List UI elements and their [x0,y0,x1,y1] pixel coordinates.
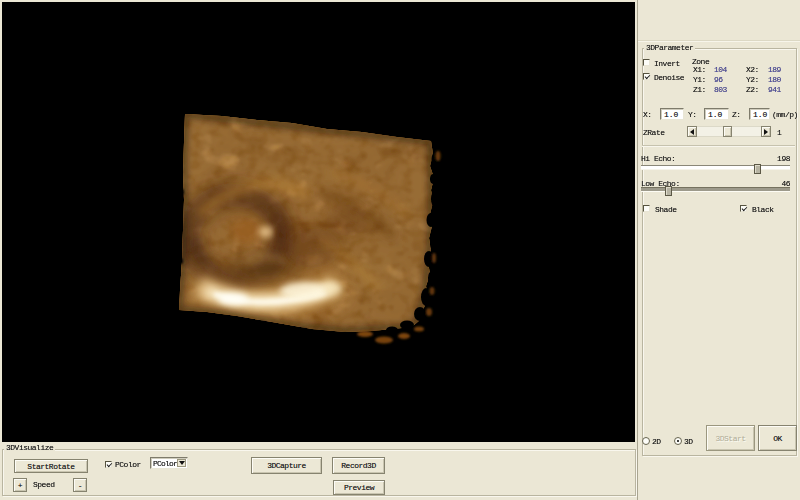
speed-label: Speed [33,480,55,489]
invert-checkbox[interactable] [643,59,650,66]
shade-label: Shade [655,205,677,214]
zone-x2-label: X2: [746,65,759,74]
scroll-left-icon [687,129,694,135]
parameter-panel: 3DParameter Invert Denoise Zone X1: 104 … [637,0,800,500]
mode-3d-label: 3D [684,437,693,446]
zone-x1-label: X1: [693,65,706,74]
zone-x2-value: 189 [768,65,781,74]
x-scale-input[interactable]: 1.0 [660,108,684,120]
zrate-scrollbar[interactable] [687,126,771,137]
scale-unit-label: (mm/p) [772,110,798,119]
invert-label: Invert [654,59,680,68]
zrate-value: 1 [777,128,781,137]
hi-echo-slider-thumb[interactable] [754,164,761,174]
zrate-scroll-left-button[interactable] [687,126,697,137]
hi-echo-label: Hi Echo: [641,154,675,163]
denoise-label: Denoise [654,73,684,82]
zrate-label: ZRate [643,128,665,137]
3dcapture-button[interactable]: 3DCapture [251,457,322,474]
section-divider [642,145,795,146]
pcolor-dropdown-value: PColor [153,459,177,468]
speed-minus-button[interactable]: - [73,478,87,492]
zone-y1-label: Y1: [693,75,706,84]
preview-button[interactable]: Preview [333,480,385,495]
speed-plus-button[interactable]: + [13,478,27,492]
low-echo-slider-thumb[interactable] [665,186,672,196]
pcolor-dropdown[interactable]: PColor [150,457,188,469]
start-rotate-button[interactable]: StartRotate [14,459,88,473]
low-echo-slider[interactable] [641,187,790,191]
zone-z1-value: 803 [714,85,727,94]
y-scale-label: Y: [688,110,697,119]
black-label: Black [752,205,774,214]
mode-2d-label: 2D [652,437,661,446]
pcolor-label: PColor [115,460,141,469]
zrate-scrollbar-thumb[interactable] [723,126,732,137]
shade-checkbox[interactable] [643,205,650,212]
mode-2d-radio[interactable] [642,437,650,445]
3dstart-button[interactable]: 3DStart [706,425,755,451]
zone-z2-label: Z2: [746,85,759,94]
ok-button[interactable]: OK [758,425,797,451]
z-scale-label: Z: [732,110,741,119]
black-checkbox[interactable] [740,205,747,212]
dropdown-arrow-icon [179,461,185,468]
render-viewport[interactable] [2,2,635,442]
ultrasound-3d-render [2,2,635,442]
zrate-scroll-right-button[interactable] [761,126,771,137]
zone-y2-value: 180 [768,75,781,84]
record3d-button[interactable]: Record3D [332,457,385,474]
3dvisualize-group-title: 3DVisualize [4,443,55,452]
3dparameter-group-title: 3DParameter [644,43,695,52]
denoise-checkbox[interactable] [643,73,650,80]
x-scale-label: X: [643,110,652,119]
zone-x1-value: 104 [714,65,727,74]
panel-divider [638,40,800,41]
app-window: 3DParameter Invert Denoise Zone X1: 104 … [0,0,800,500]
zone-z1-label: Z1: [693,85,706,94]
zone-y2-label: Y2: [746,75,759,84]
scroll-right-icon [764,129,771,135]
zone-y1-value: 96 [714,75,723,84]
hi-echo-slider[interactable] [641,165,790,169]
zone-z2-value: 941 [768,85,781,94]
mode-3d-radio[interactable] [674,437,682,445]
z-scale-input[interactable]: 1.0 [749,108,770,120]
y-scale-input[interactable]: 1.0 [704,108,729,120]
hi-echo-value: 198 [750,154,790,163]
pcolor-dropdown-button[interactable] [177,459,186,467]
pcolor-checkbox[interactable] [105,461,112,468]
